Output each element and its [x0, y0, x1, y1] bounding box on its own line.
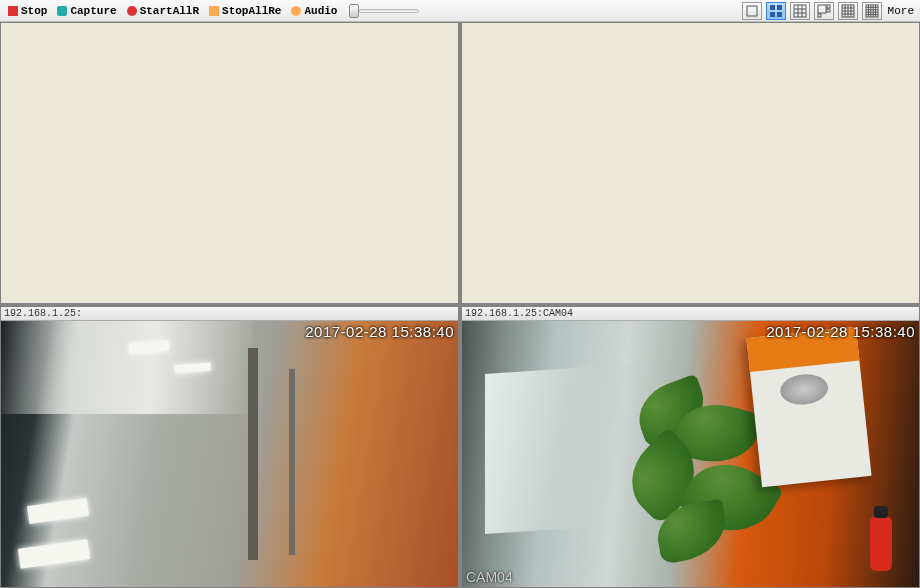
svg-rect-1 [770, 5, 775, 10]
layout-1x1-button[interactable] [742, 2, 762, 20]
video-cell-3[interactable]: 192.168.1.25:CAM04 2017-02-28 15:38:40 C… [461, 306, 920, 588]
stop-icon [8, 6, 18, 16]
main-toolbar: Stop Capture StartAllR StopAllRe Audio [0, 0, 920, 22]
grid-1p5-icon [817, 4, 831, 18]
svg-rect-10 [818, 5, 826, 13]
svg-rect-4 [777, 12, 782, 17]
svg-rect-12 [827, 9, 830, 12]
grid-16-icon [841, 4, 855, 18]
timestamp-overlay: 2017-02-28 15:38:40 [305, 323, 454, 340]
speaker-icon [291, 6, 301, 16]
svg-rect-0 [747, 6, 757, 16]
camera-icon [57, 6, 67, 16]
layout-5x5-button[interactable] [862, 2, 882, 20]
stop-label: Stop [21, 5, 47, 17]
stop-record-icon [209, 6, 219, 16]
svg-rect-3 [770, 12, 775, 17]
stop-all-label: StopAllRe [222, 5, 281, 17]
start-all-label: StartAllR [140, 5, 199, 17]
svg-rect-11 [827, 5, 830, 8]
audio-label: Audio [304, 5, 337, 17]
layout-toolbar: More [742, 2, 916, 20]
grid-25-icon [865, 4, 879, 18]
video-cell-0[interactable] [0, 22, 459, 304]
capture-button[interactable]: Capture [53, 4, 120, 18]
more-button[interactable]: More [886, 5, 916, 17]
video-cell-2[interactable]: 192.168.1.25: 2017-02-28 15:38:40 [0, 306, 459, 588]
capture-label: Capture [70, 5, 116, 17]
cell-title: 192.168.1.25:CAM04 [462, 307, 919, 321]
svg-rect-21 [866, 5, 878, 17]
start-all-record-button[interactable]: StartAllR [123, 4, 203, 18]
slider-knob-icon [349, 4, 359, 18]
video-feed: 2017-02-28 15:38:40 [1, 321, 458, 587]
stop-all-record-button[interactable]: StopAllRe [205, 4, 285, 18]
grid-1-icon [745, 4, 759, 18]
svg-rect-13 [818, 14, 821, 17]
grid-4-icon [769, 4, 783, 18]
video-cell-1[interactable] [461, 22, 920, 304]
layout-2x2-button[interactable] [766, 2, 786, 20]
timestamp-overlay: 2017-02-28 15:38:40 [766, 323, 915, 340]
cell-title: 192.168.1.25: [1, 307, 458, 321]
svg-rect-2 [777, 5, 782, 10]
volume-slider[interactable] [349, 4, 419, 18]
camera-label-overlay: CAM04 [466, 569, 513, 585]
layout-3x3-button[interactable] [790, 2, 810, 20]
layout-4x4-button[interactable] [838, 2, 858, 20]
layout-1plus5-button[interactable] [814, 2, 834, 20]
video-feed-blank [1, 23, 458, 303]
video-feed-blank [462, 23, 919, 303]
record-icon [127, 6, 137, 16]
grid-9-icon [793, 4, 807, 18]
audio-button[interactable]: Audio [287, 4, 341, 18]
slider-track-icon [359, 9, 419, 13]
stop-button[interactable]: Stop [4, 4, 51, 18]
video-grid: 192.168.1.25: 2017-02-28 15:38:40 192.16… [0, 22, 920, 588]
svg-rect-5 [794, 5, 806, 17]
video-feed: 2017-02-28 15:38:40 CAM04 [462, 321, 919, 587]
